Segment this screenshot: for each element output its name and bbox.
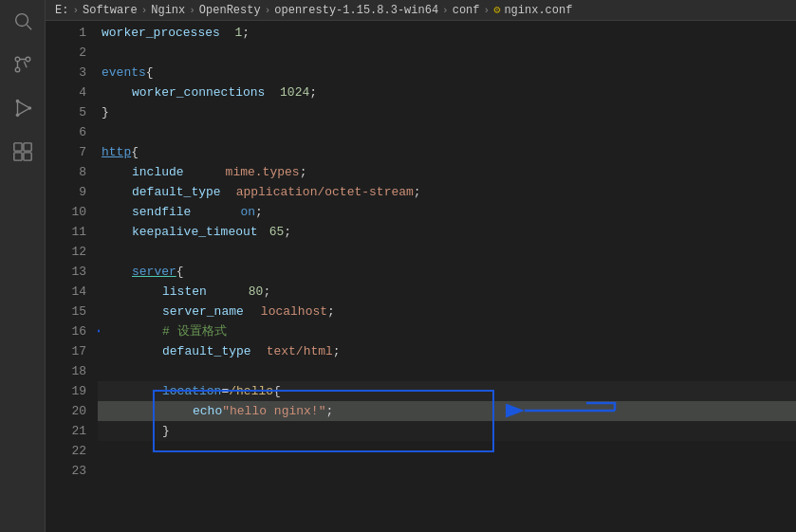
code-line-10: sendfileon;: [98, 202, 796, 222]
line-num-7: 7: [46, 142, 86, 162]
line-num-8: 8: [46, 162, 86, 182]
breadcrumb: E: › Software › Nginx › OpenResty › open…: [46, 0, 796, 21]
svg-rect-9: [13, 143, 21, 151]
line-num-22: 22: [46, 441, 86, 461]
code-line-5: }: [98, 102, 796, 122]
line-num-3: 3: [46, 63, 86, 83]
svg-rect-12: [23, 153, 30, 160]
svg-marker-5: [17, 101, 29, 116]
svg-point-0: [15, 14, 28, 27]
svg-point-6: [15, 114, 19, 118]
code-line-13: server {: [98, 262, 796, 282]
code-line-8: includemime.types;: [98, 162, 796, 182]
code-line-17: default_typetext/html;: [98, 341, 796, 361]
svg-point-2: [15, 57, 20, 62]
code-line-18: [98, 361, 796, 381]
code-line-4: worker_connections 1024;: [98, 83, 796, 102]
code-line-3: events {: [98, 63, 796, 83]
breadcrumb-filename[interactable]: nginx.conf: [504, 4, 572, 17]
code-line-1: worker_processes 1;: [98, 23, 796, 43]
activity-bar: [0, 0, 46, 532]
code-line-7: http {: [98, 142, 796, 162]
line-num-16: 16: [46, 321, 86, 341]
code-line-6: [98, 122, 796, 142]
line-num-15: 15: [46, 302, 86, 321]
breadcrumb-nginx[interactable]: Nginx: [151, 4, 185, 17]
extensions-icon[interactable]: [9, 138, 36, 165]
line-num-4: 4: [46, 83, 86, 102]
line-numbers: 1 2 3 4 5 6 7 8 9 10 11 12 13 14 15 16 1…: [46, 21, 98, 532]
code-content[interactable]: worker_processes 1; events { worker_conn…: [98, 21, 796, 532]
line-num-6: 6: [46, 122, 86, 142]
breadcrumb-version[interactable]: openresty-1.15.8.3-win64: [274, 4, 438, 17]
svg-point-4: [15, 67, 20, 72]
svg-line-1: [27, 25, 31, 29]
code-line-9: default_typeapplication/octet-stream;: [98, 182, 796, 202]
code-line-22: [98, 441, 796, 461]
run-debug-icon[interactable]: [9, 95, 36, 121]
line-num-1: 1: [46, 23, 86, 43]
code-line-2: [98, 43, 796, 63]
svg-rect-11: [13, 153, 21, 160]
line-num-23: 23: [46, 461, 86, 481]
code-line-16: # 设置格式: [98, 321, 796, 341]
settings-icon: ⚙: [493, 3, 500, 17]
breadcrumb-openresty[interactable]: OpenResty: [199, 4, 261, 17]
editor-area: 1 2 3 4 5 6 7 8 9 10 11 12 13 14 15 16 1…: [46, 21, 796, 532]
svg-point-7: [28, 106, 31, 110]
code-line-21: }: [98, 421, 796, 441]
svg-point-3: [26, 57, 30, 62]
code-line-12: [98, 242, 796, 262]
code-line-20: echo "hello nginx!";: [98, 401, 796, 421]
line-num-20: 20: [46, 401, 86, 421]
breadcrumb-conf[interactable]: conf: [453, 4, 480, 17]
line-num-9: 9: [46, 182, 86, 202]
line-num-12: 12: [46, 242, 86, 262]
line-num-17: 17: [46, 341, 86, 361]
breadcrumb-software[interactable]: Software: [83, 4, 138, 17]
svg-rect-10: [23, 143, 30, 151]
svg-point-8: [15, 100, 19, 103]
line-num-5: 5: [46, 102, 86, 122]
code-line-23: [98, 461, 796, 481]
code-line-14: listen80;: [98, 282, 796, 302]
line-num-2: 2: [46, 43, 86, 63]
git-icon[interactable]: [9, 51, 36, 78]
line-num-21: 21: [46, 421, 86, 441]
line-num-11: 11: [46, 222, 86, 242]
editor-main: E: › Software › Nginx › OpenResty › open…: [46, 0, 796, 532]
line-num-10: 10: [46, 202, 86, 222]
line-num-18: 18: [46, 361, 86, 381]
breadcrumb-drive: E:: [55, 4, 68, 17]
line-num-19: 19: [46, 381, 86, 401]
code-line-11: keepalive_timeout65;: [98, 222, 796, 242]
line-num-14: 14: [46, 282, 86, 302]
line-num-13: 13: [46, 262, 86, 282]
code-line-15: server_namelocalhost;: [98, 302, 796, 321]
code-line-19: location = /hello{: [98, 381, 796, 401]
search-icon[interactable]: [9, 8, 36, 34]
